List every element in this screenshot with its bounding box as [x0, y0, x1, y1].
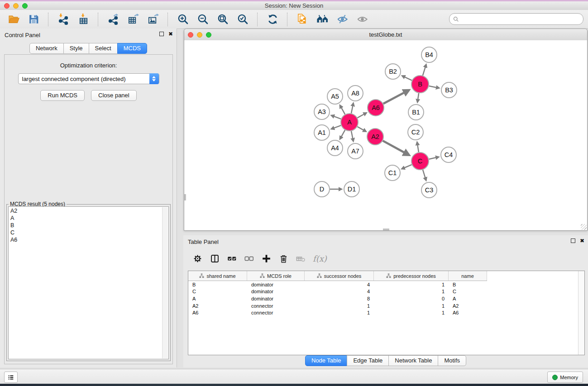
trash-icon[interactable]: [275, 252, 292, 265]
column-header-predecessor-nodes[interactable]: predecessor nodes: [374, 271, 449, 281]
graph-edge-A-A3[interactable]: [334, 116, 341, 119]
deselect-all-icon[interactable]: [240, 252, 258, 265]
tab-network-table[interactable]: Network Table: [388, 355, 438, 366]
table-cell[interactable]: connector: [247, 303, 305, 309]
column-header-shared-name[interactable]: shared name: [188, 271, 247, 281]
graph-edge-B-B4[interactable]: [423, 67, 425, 76]
graph-edge-A-A7[interactable]: [351, 131, 353, 139]
network-horizontal-scroll-hint[interactable]: [383, 229, 389, 230]
mcds-result-item[interactable]: A6: [10, 236, 162, 243]
graph-edge-B-B1[interactable]: [418, 93, 419, 100]
eye-icon[interactable]: [352, 12, 372, 27]
search-input[interactable]: [461, 14, 583, 24]
window-resize-grip[interactable]: [581, 224, 587, 230]
graph-edge-A2-C[interactable]: [383, 141, 405, 153]
graph-edge-B-B3[interactable]: [429, 86, 437, 87]
table-cell[interactable]: A2: [188, 303, 247, 309]
table-cell[interactable]: 1: [305, 303, 374, 309]
table-cell[interactable]: C: [449, 289, 487, 294]
mcds-result-item[interactable]: C: [10, 229, 162, 236]
table-cell[interactable]: 4: [305, 289, 374, 294]
table-cell[interactable]: 0: [374, 296, 449, 301]
result-list-scrollbar[interactable]: [162, 207, 168, 358]
run-mcds-button[interactable]: Run MCDS: [40, 90, 85, 101]
close-panel-button[interactable]: Close panel: [91, 90, 137, 101]
export-network-icon[interactable]: [103, 12, 123, 27]
column-header-MCDS-role[interactable]: MCDS role: [247, 271, 305, 281]
table-row[interactable]: Adominator80A: [188, 295, 584, 302]
graph-edge-C-C3[interactable]: [423, 170, 425, 178]
task-history-button[interactable]: [4, 372, 18, 383]
table-cell[interactable]: connector: [247, 310, 305, 315]
tab-network[interactable]: Network: [29, 43, 64, 54]
graph-edge-A-A2[interactable]: [357, 127, 363, 130]
zoom-selected-icon[interactable]: [233, 12, 253, 27]
export-table-icon[interactable]: [123, 12, 143, 27]
import-table-icon[interactable]: [73, 12, 93, 27]
table-cell[interactable]: B: [449, 282, 487, 287]
graph-edge-B-B2[interactable]: [404, 77, 412, 81]
criterion-dropdown[interactable]: largest connected component (directed): [18, 73, 159, 84]
graph-edge-C-C4[interactable]: [429, 157, 436, 159]
network-canvas[interactable]: B4B2BB3A8A5A6B1A3AA1C2A2A4A7CC4C1C3DD1: [184, 40, 587, 230]
close-table-panel-icon[interactable]: ✖: [580, 238, 584, 243]
table-cell[interactable]: A: [449, 296, 487, 301]
save-session-icon[interactable]: [24, 12, 43, 27]
gear-icon[interactable]: [189, 252, 206, 265]
tab-select[interactable]: Select: [89, 43, 118, 54]
table-cell[interactable]: A6: [449, 310, 487, 315]
table-cell[interactable]: B: [188, 282, 247, 287]
table-cell[interactable]: dominator: [247, 296, 305, 301]
graph-edge-C-C2[interactable]: [417, 145, 419, 152]
table-cell[interactable]: C: [188, 289, 247, 294]
graph-edge-A-A5[interactable]: [341, 107, 345, 114]
table-row[interactable]: Bdominator41B: [188, 281, 584, 288]
table-cell[interactable]: A2: [449, 303, 487, 309]
column-header-successor-nodes[interactable]: successor nodes: [305, 271, 374, 281]
table-cell[interactable]: 1: [374, 303, 449, 309]
float-table-panel-icon[interactable]: [571, 238, 575, 243]
tab-mcds[interactable]: MCDS: [117, 43, 147, 54]
graph-edge-A6-B[interactable]: [383, 92, 405, 104]
mcds-result-item[interactable]: A: [10, 214, 162, 222]
table-cell[interactable]: dominator: [247, 289, 305, 294]
mcds-result-item[interactable]: B: [10, 222, 162, 229]
table-cell[interactable]: dominator: [247, 282, 305, 287]
split-columns-icon[interactable]: [206, 252, 223, 265]
zoom-in-icon[interactable]: [173, 12, 193, 27]
zoom-out-icon[interactable]: [193, 12, 213, 27]
table-cell[interactable]: 1: [374, 289, 449, 294]
float-panel-icon[interactable]: [159, 32, 164, 36]
table-cell[interactable]: 1: [374, 282, 449, 287]
tab-style[interactable]: Style: [63, 43, 89, 54]
close-panel-icon[interactable]: ✖: [168, 32, 173, 36]
zoom-fit-icon[interactable]: [213, 12, 233, 27]
table-cell[interactable]: 1: [305, 310, 374, 315]
import-network-icon[interactable]: [53, 12, 73, 27]
document-share-icon[interactable]: [292, 12, 312, 27]
network-vertical-scroll-hint[interactable]: [184, 194, 186, 200]
tab-edge-table[interactable]: Edge Table: [347, 355, 389, 366]
graph-edge-A-A4[interactable]: [341, 130, 345, 137]
graph-edge-C-C1[interactable]: [404, 165, 412, 168]
table-cell[interactable]: 4: [305, 282, 374, 287]
table-cell[interactable]: A: [188, 296, 247, 301]
table-scrollbar[interactable]: [578, 271, 584, 355]
mcds-result-item[interactable]: A2: [10, 207, 162, 214]
table-cell[interactable]: A6: [188, 310, 247, 315]
open-file-icon[interactable]: [4, 12, 24, 27]
table-row[interactable]: Cdominator41C: [188, 288, 584, 295]
table-row[interactable]: A6connector11A6: [188, 309, 584, 316]
export-image-icon[interactable]: [143, 12, 163, 27]
graph-edge-A-A1[interactable]: [334, 125, 341, 128]
graph-edge-A-A8[interactable]: [351, 105, 353, 113]
tab-motifs[interactable]: Motifs: [438, 355, 466, 366]
table-row[interactable]: A2connector11A2: [188, 302, 584, 310]
select-all-icon[interactable]: [223, 252, 240, 265]
graph-edge-A-A6[interactable]: [358, 114, 364, 118]
table-cell[interactable]: 1: [374, 310, 449, 315]
eye-slash-icon[interactable]: [332, 12, 352, 27]
refresh-icon[interactable]: [263, 12, 282, 27]
houses-icon[interactable]: [312, 12, 332, 27]
search-field[interactable]: [449, 13, 583, 25]
